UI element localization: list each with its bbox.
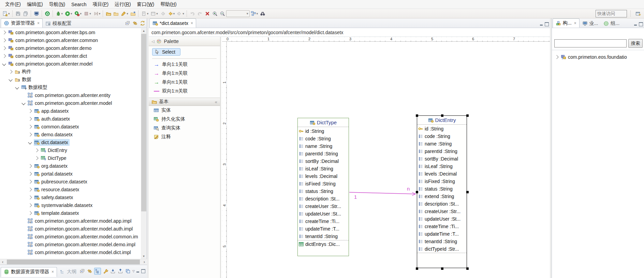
tree-item-template.datasetx[interactable]: template.datasetx	[0, 209, 141, 217]
explorer-vertical-scrollbar[interactable]: ▲ ▼	[141, 28, 147, 259]
run-dropdown-icon[interactable]: ▾	[71, 12, 72, 15]
palette-item-查询实体[interactable]: 查询实体	[149, 124, 220, 133]
selection-handle[interactable]	[416, 191, 418, 193]
selection-handle[interactable]	[441, 114, 443, 117]
attribute-dictTypeId[interactable]: dictTypeId :Str...	[417, 245, 467, 253]
tree-item-构件[interactable]: ?构件	[0, 68, 141, 75]
diagram-canvas[interactable]: DictTypeid :Stringcode :Stringname :Stri…	[227, 42, 550, 278]
reference-dictEntrys[interactable]: dictEntrys :Dic...	[298, 240, 349, 248]
debug-button[interactable]: ▾	[55, 10, 64, 17]
vertical-scroll-thumb[interactable]	[141, 34, 146, 211]
tree-item-pubresource.datasetx[interactable]: pubresource.datasetx	[0, 178, 141, 185]
palette-tool-单向1:1关联[interactable]: →单向1:1关联	[149, 60, 220, 69]
explorer-tab-模板配置[interactable]: 模板配置	[43, 19, 74, 28]
palette-tool-单向n:1关联[interactable]: →单向n:1关联	[149, 78, 220, 87]
selection-handle[interactable]	[466, 191, 469, 193]
undo-button[interactable]	[189, 10, 196, 17]
horizontal-scroll-thumb[interactable]	[7, 260, 140, 264]
scroll-left-icon[interactable]: ‹	[0, 259, 5, 265]
palette-group-basic[interactable]: 基本 «	[149, 98, 220, 106]
attribute-isFixed[interactable]: isFixed :String	[417, 178, 467, 185]
attribute-status[interactable]: status :String	[417, 185, 467, 193]
open-folder-button[interactable]	[113, 10, 119, 17]
minimize-icon[interactable]	[540, 23, 543, 26]
maximize-icon[interactable]	[545, 22, 549, 26]
tree-item-com.primeton.gocom.afcenter.model.dict.impl[interactable]: ?com.primeton.gocom.afcenter.model.dict.…	[0, 248, 141, 256]
bottom-tab-数据源资源管理器[interactable]: 数据源资源管理器×	[1, 267, 57, 277]
tree-item-portal.datasetx[interactable]: portal.datasetx	[0, 170, 141, 178]
run-button[interactable]: ▾	[64, 10, 73, 17]
zoom-combo-select[interactable]: ▾	[226, 10, 250, 17]
palette-tool-单向1:n关联[interactable]: →单向1:n关联	[149, 69, 220, 78]
last-edit-location-dropdown-icon[interactable]: ▾	[147, 12, 149, 15]
resume-dropdown-icon[interactable]: ▾	[99, 12, 101, 15]
maximize-icon[interactable]	[639, 22, 643, 26]
tree-item-org.datasetx[interactable]: org.datasetx	[0, 162, 141, 170]
go-to-resource-dropdown-icon[interactable]: ▾	[156, 12, 158, 15]
link-with-editor-button[interactable]	[87, 268, 93, 274]
chevron-collapsed-icon[interactable]	[34, 148, 38, 152]
open-resource-button[interactable]	[105, 10, 112, 17]
configure-button[interactable]	[102, 268, 108, 274]
selection-handle[interactable]	[416, 267, 418, 270]
chevron-collapsed-icon[interactable]	[28, 117, 32, 121]
search-button[interactable]: 搜索	[628, 39, 643, 48]
marker-dropdown-icon[interactable]: ▾	[127, 12, 128, 15]
right-tab-业[interactable]: 业...	[580, 19, 601, 28]
export-button[interactable]	[117, 268, 123, 274]
chevron-expanded-icon[interactable]	[28, 140, 32, 144]
attribute-description[interactable]: description :St...	[298, 195, 349, 203]
back-disabled-button[interactable]	[159, 10, 166, 17]
chevron-collapsed-icon[interactable]	[28, 187, 32, 191]
redo-button[interactable]	[196, 10, 203, 17]
delete-button[interactable]	[204, 10, 211, 17]
last-edit-location-button[interactable]: ▾	[141, 10, 149, 17]
chevron-collapsed-icon[interactable]	[28, 211, 32, 215]
tree-item-数据模型[interactable]: ?数据模型	[0, 83, 141, 91]
menu-item-项目P[interactable]: 项目(P)	[89, 0, 112, 9]
attribute-isLeaf[interactable]: isLeaf :String	[298, 165, 349, 172]
palette-select-tool[interactable]: Select	[152, 48, 180, 56]
chevron-collapsed-icon[interactable]	[28, 109, 32, 113]
entity-DictType[interactable]: DictTypeid :Stringcode :Stringname :Stri…	[297, 118, 349, 256]
sync-button[interactable]	[140, 20, 146, 26]
menu-item-编辑E[interactable]: 编辑(E)	[24, 0, 46, 9]
attribute-code[interactable]: code :String	[417, 133, 467, 140]
menu-item-文件F[interactable]: 文件(F)	[2, 0, 24, 9]
menu-item-运行R[interactable]: 运行(R)	[112, 0, 134, 9]
close-icon[interactable]: ×	[37, 21, 40, 26]
attribute-id[interactable]: id :String	[417, 125, 467, 133]
chevron-collapsed-icon[interactable]	[2, 38, 6, 42]
attribute-parentId[interactable]: parentId :String	[417, 148, 467, 155]
attribute-updateUser[interactable]: updateUser :St...	[298, 210, 349, 218]
layout-dropdown-icon[interactable]: ▾	[257, 12, 258, 15]
attribute-createTime[interactable]: createTime :Ti...	[417, 223, 467, 230]
attribute-createTime[interactable]: createTime :Ti...	[298, 218, 349, 225]
maximize-icon[interactable]	[141, 269, 145, 273]
tree-mode-button[interactable]	[94, 268, 101, 275]
attribute-name[interactable]: name :String	[298, 142, 349, 150]
chevron-collapsed-icon[interactable]	[28, 180, 32, 183]
menu-item-导航N[interactable]: 导航(N)	[46, 0, 68, 9]
chevron-collapsed-icon[interactable]	[2, 30, 6, 34]
attribute-tenantId[interactable]: tenantId :String	[417, 238, 467, 245]
right-tab-组[interactable]: 组...	[601, 19, 622, 28]
menu-item-窗口W[interactable]: 窗口(W)	[134, 0, 158, 9]
tree-item-resource.datasetx[interactable]: resource.datasetx	[0, 185, 141, 193]
open-perspective-button[interactable]	[635, 10, 642, 17]
collapse-all-button[interactable]	[79, 268, 85, 274]
palette-item-持久化实体[interactable]: 持久化实体	[149, 115, 220, 124]
tree-item-app.datasetx[interactable]: app.datasetx	[0, 107, 141, 115]
new-wizard-dropdown-icon[interactable]: ▾	[8, 12, 10, 15]
tree-item-com.primeton.gocom.afcenter.model.auth.impl[interactable]: ?com.primeton.gocom.afcenter.model.auth.…	[0, 225, 141, 233]
chevron-collapsed-icon[interactable]	[28, 172, 32, 176]
tree-item-DictType[interactable]: ?DictType	[0, 154, 141, 162]
chevron-collapsed-icon[interactable]	[28, 133, 32, 136]
tree-item-com.primeton.gocom.afcenter.model.app.impl[interactable]: ?com.primeton.gocom.afcenter.model.app.i…	[0, 217, 141, 225]
tree-item-auth.datasetx[interactable]: auth.datasetx	[0, 115, 141, 123]
chevron-expanded-icon[interactable]	[15, 85, 19, 89]
chevron-collapsed-icon[interactable]	[28, 164, 32, 168]
scroll-up-icon[interactable]: ▲	[141, 28, 147, 33]
chevron-collapsed-icon[interactable]	[9, 70, 12, 73]
tree-item-com.primeton.gocom.afcenter.dict[interactable]: com.primeton.gocom.afcenter.dict	[0, 52, 141, 60]
